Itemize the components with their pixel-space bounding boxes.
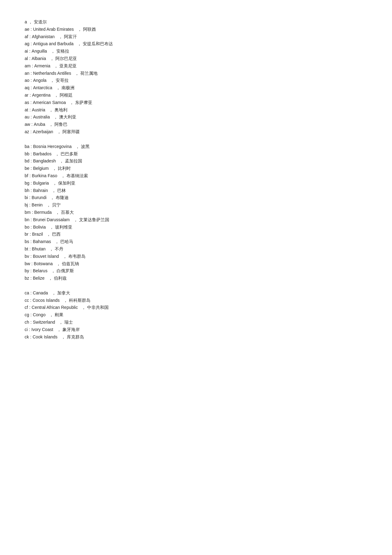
separator: ， (49, 106, 53, 114)
separator-colon: : (30, 238, 32, 246)
country-name-zh: 安格拉 (56, 48, 69, 55)
separator-colon: : (32, 209, 33, 216)
separator: ， (28, 18, 33, 26)
list-item: br : Brazil，巴西 (25, 231, 367, 238)
list-item: bh : Bahrain，巴林 (25, 187, 367, 194)
separator: ， (50, 77, 54, 84)
separator-colon: : (30, 246, 31, 253)
separator: ， (55, 209, 60, 216)
separator-colon: : (30, 311, 32, 319)
country-name-zh: 安哥拉 (56, 77, 69, 84)
country-name-en: American Samoa (33, 99, 66, 106)
country-name-zh: 阿鲁巴 (54, 121, 67, 128)
country-name-en: Austria (32, 106, 46, 114)
separator-colon: : (30, 231, 31, 238)
country-code: bt (25, 246, 28, 253)
separator-colon: : (31, 224, 32, 231)
country-name-en: Cook Islands (33, 333, 58, 341)
country-name-en: Bangladesh (33, 158, 56, 165)
country-name-zh: 文莱达鲁萨兰国 (79, 216, 109, 224)
separator: ， (51, 48, 55, 55)
separator-colon: : (30, 289, 32, 297)
country-name-zh: 安提瓜和巴布达 (83, 40, 113, 48)
country-code: aw (25, 121, 30, 128)
separator: ， (74, 216, 78, 224)
separator: ， (75, 143, 80, 150)
country-code: bn (25, 216, 30, 224)
country-name-zh: 南极洲 (62, 84, 74, 92)
country-name-zh: 布韦群岛 (68, 253, 86, 260)
country-code: bb (25, 150, 30, 158)
country-code: bo (25, 224, 30, 231)
separator: ， (57, 128, 61, 136)
country-name-zh: 中非共和国 (87, 304, 109, 311)
separator-colon: : (31, 77, 32, 84)
country-code: cc (25, 297, 29, 304)
separator-colon: : (31, 158, 32, 165)
separator: ， (54, 92, 58, 99)
country-name-en: Armenia (34, 62, 50, 70)
country-section-b: ba : Bosnia Hercegovina，波黑bb : Barbados，… (25, 143, 367, 282)
country-code: am (25, 62, 30, 70)
country-code: ch (25, 319, 29, 326)
list-item: bg : Bulgaria，保加利亚 (25, 180, 367, 187)
country-name-en: Afghanistan (32, 33, 55, 41)
country-name-zh: 波黑 (81, 143, 90, 150)
country-name-zh: 阿塞拜疆 (62, 128, 80, 136)
country-name-zh: 保加利亚 (58, 180, 75, 187)
country-name-en: Angola (33, 77, 46, 84)
list-item: by : Belarus，白俄罗斯 (25, 267, 367, 275)
country-name-zh: 亚美尼亚 (59, 62, 77, 70)
list-item: ag : Antigua and Barbuda，安提瓜和巴布达 (25, 40, 367, 48)
list-item: ba : Bosnia Hercegovina，波黑 (25, 143, 367, 150)
list-item: bn : Brunei Darussalam，文莱达鲁萨兰国 (25, 216, 367, 224)
country-code: br (25, 231, 28, 238)
separator-colon: : (30, 106, 31, 114)
separator: ， (54, 114, 58, 121)
separator-colon: : (30, 33, 31, 41)
separator-colon: : (32, 62, 33, 70)
country-code: be (25, 165, 30, 172)
separator: ， (55, 238, 59, 246)
separator: ， (59, 319, 63, 326)
separator-colon: : (29, 202, 30, 209)
separator-colon: : (30, 267, 32, 275)
country-code: bg (25, 180, 30, 187)
separator-colon: : (30, 172, 31, 180)
list-item: bv : Bouvet Island，布韦群岛 (25, 253, 367, 260)
separator: ， (48, 275, 53, 282)
country-name-zh: 巴巴多斯 (61, 150, 78, 158)
country-name-zh: 奥地利 (54, 106, 67, 114)
list-item: bf : Burkina Faso，布基纳法索 (25, 172, 367, 180)
separator-colon: : (30, 275, 32, 282)
list-item: at : Austria，奥地利 (25, 106, 367, 114)
separator: ， (63, 253, 67, 260)
country-name-en: Canada (33, 289, 48, 297)
country-section-c: ca : Canada，加拿大cc : Cocos Islands，科科斯群岛c… (25, 289, 367, 341)
country-name-en: Cocos Islands (33, 297, 60, 304)
separator: ， (49, 311, 54, 319)
list-item: am : Armenia，亚美尼亚 (25, 62, 367, 70)
country-name-zh: 孟加拉国 (65, 158, 82, 165)
separator-colon: : (30, 297, 31, 304)
country-code: bw (25, 260, 30, 268)
country-name-zh: 象牙海岸 (62, 326, 80, 333)
separator-colon: : (31, 121, 33, 128)
separator-colon: : (31, 165, 32, 172)
separator: ， (52, 289, 56, 297)
country-name-en: Argentina (32, 92, 50, 99)
country-name-zh: 百慕大 (61, 209, 74, 216)
country-code: a (25, 18, 27, 26)
list-item: af : Afghanistan，阿富汗 (25, 33, 367, 41)
list-item: ae : United Arab Emirates，阿联酋 (25, 26, 367, 33)
country-name-zh: 不丹 (55, 246, 63, 253)
separator: ， (50, 224, 54, 231)
country-code: at (25, 106, 28, 114)
country-name-en: Antigua and Barbuda (33, 40, 74, 48)
country-name-zh: 巴林 (57, 187, 66, 194)
list-item: bd : Bangladesh，孟加拉国 (25, 158, 367, 165)
country-code: aq (25, 84, 30, 92)
separator: ， (78, 26, 82, 33)
country-name-zh: 安道尔 (34, 18, 47, 26)
separator: ， (49, 121, 53, 128)
